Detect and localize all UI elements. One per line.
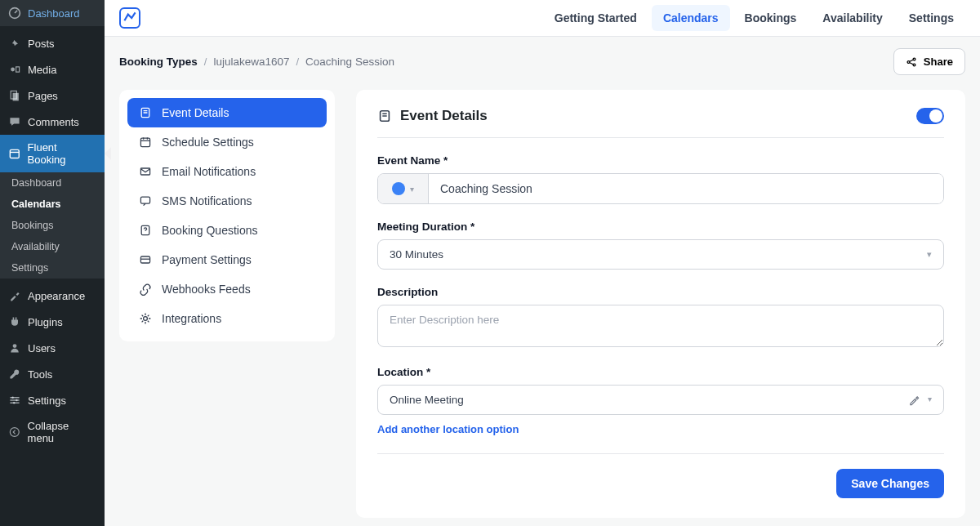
edit-icon[interactable] [908, 394, 920, 406]
cal-icon [139, 136, 152, 149]
form-title: Event Details [400, 108, 488, 124]
svg-point-9 [10, 428, 19, 437]
chevron-down-icon[interactable]: ▾ [928, 394, 932, 406]
wp-menu-plugins[interactable]: Plugins [0, 309, 105, 335]
duration-select[interactable]: 30 Minutes ▾ [377, 239, 944, 270]
breadcrumb-root[interactable]: Booking Types [119, 56, 198, 68]
calendar-icon [8, 147, 21, 160]
gauge-icon [8, 7, 21, 20]
doc-icon [139, 106, 152, 119]
duration-label: Meeting Duration * [377, 221, 944, 233]
doc-icon [377, 109, 392, 123]
breadcrumb-leaf: Coaching Session [305, 56, 394, 68]
event-name-input[interactable] [429, 174, 943, 203]
comment-icon [8, 115, 21, 128]
share-button[interactable]: Share [893, 48, 965, 75]
wp-menu-collapse[interactable]: Collapse menu [0, 413, 105, 451]
wp-menu-settings[interactable]: Settings [0, 387, 105, 413]
topnav-bookings[interactable]: Bookings [733, 5, 808, 31]
panel-item-questions[interactable]: Booking Questions [127, 216, 327, 245]
chevron-down-icon: ▾ [410, 185, 414, 194]
color-dot-icon [392, 182, 405, 195]
plug-icon [8, 315, 21, 328]
card-icon [139, 253, 152, 266]
topnav-settings[interactable]: Settings [898, 5, 965, 31]
panel-item-payment[interactable]: Payment Settings [127, 245, 327, 274]
event-color-picker[interactable]: ▾ [378, 174, 429, 203]
panel-item-schedule[interactable]: Schedule Settings [127, 127, 327, 157]
event-name-row: ▾ [377, 173, 944, 204]
add-location-link[interactable]: Add another location option [377, 423, 519, 435]
wp-menu-media[interactable]: Media [0, 56, 105, 82]
svg-point-6 [11, 397, 13, 399]
topnav: Getting Started Calendars Bookings Avail… [543, 5, 965, 31]
topnav-availability[interactable]: Availability [811, 5, 893, 31]
wp-sub-dashboard[interactable]: Dashboard [0, 172, 105, 194]
svg-rect-16 [140, 197, 149, 203]
sms-icon [139, 194, 152, 207]
svg-rect-15 [140, 168, 149, 175]
breadcrumb-mid[interactable]: lujulakewa1607 [213, 56, 289, 68]
wp-menu-users[interactable]: Users [0, 335, 105, 361]
app-logo[interactable] [119, 7, 140, 29]
panel-item-webhooks[interactable]: Webhooks Feeds [127, 274, 327, 304]
panel-item-event-details[interactable]: Event Details [127, 98, 327, 127]
wp-menu-dashboard[interactable]: Dashboard [0, 0, 105, 26]
topbar: Getting Started Calendars Bookings Avail… [105, 0, 980, 37]
svg-rect-14 [140, 138, 149, 146]
event-enabled-toggle[interactable] [916, 108, 944, 124]
location-label: Location * [377, 366, 944, 378]
pages-icon [8, 89, 21, 102]
wp-sub-bookings[interactable]: Bookings [0, 215, 105, 236]
brush-icon [8, 289, 21, 302]
breadcrumb-sep: / [296, 56, 299, 68]
wp-sub-availability[interactable]: Availability [0, 236, 105, 257]
collapse-icon [8, 426, 21, 439]
panel-item-sms[interactable]: SMS Notifications [127, 186, 327, 216]
location-row[interactable]: Online Meeting ▾ [377, 385, 944, 415]
wrench-icon [8, 368, 21, 381]
description-label: Description [377, 286, 944, 298]
user-icon [8, 341, 21, 354]
question-icon [139, 224, 152, 237]
content: Event Details Schedule Settings Email No… [105, 87, 980, 526]
main-area: Getting Started Calendars Bookings Avail… [105, 0, 980, 526]
svg-point-12 [913, 64, 915, 66]
svg-rect-18 [140, 256, 149, 263]
wp-menu-posts[interactable]: Posts [0, 30, 105, 56]
panel-item-email[interactable]: Email Notifications [127, 157, 327, 186]
description-textarea[interactable] [377, 305, 944, 347]
wp-menu-appearance[interactable]: Appearance [0, 283, 105, 309]
pin-icon [8, 37, 21, 50]
svg-point-11 [913, 58, 915, 60]
wp-menu-pages[interactable]: Pages [0, 82, 105, 109]
breadcrumb-sep: / [204, 56, 207, 68]
share-icon [906, 56, 917, 68]
wp-menu-tools[interactable]: Tools [0, 361, 105, 387]
topnav-getting-started[interactable]: Getting Started [543, 5, 648, 31]
sliders-icon [8, 394, 21, 407]
save-button[interactable]: Save Changes [836, 469, 944, 498]
svg-point-5 [13, 344, 17, 348]
svg-point-7 [16, 399, 17, 401]
link-icon [139, 283, 152, 296]
wp-admin-sidebar: Dashboard Posts Media Pages Comments Flu… [0, 0, 105, 526]
wp-sub-settings[interactable]: Settings [0, 257, 105, 279]
svg-point-19 [144, 317, 148, 321]
form-header: Event Details [377, 108, 944, 138]
event-name-label: Event Name * [377, 154, 944, 167]
topnav-calendars[interactable]: Calendars [652, 5, 730, 31]
breadcrumb-bar: Booking Types / lujulakewa1607 / Coachin… [105, 37, 980, 87]
svg-rect-4 [10, 149, 19, 158]
wp-sub-calendars[interactable]: Calendars [0, 194, 105, 215]
wp-menu-fluent-booking[interactable]: Fluent Booking [0, 135, 105, 172]
wp-submenu: Dashboard Calendars Bookings Availabilit… [0, 172, 105, 279]
panel-item-integrations[interactable]: Integrations [127, 304, 327, 333]
media-icon [8, 63, 21, 76]
svg-point-1 [11, 68, 15, 72]
svg-point-8 [13, 402, 15, 403]
form-panel: Event Details Event Name * ▾ Meeting Dur… [356, 90, 965, 518]
settings-side-panel: Event Details Schedule Settings Email No… [119, 90, 335, 341]
form-footer: Save Changes [377, 453, 944, 498]
wp-menu-comments[interactable]: Comments [0, 109, 105, 135]
